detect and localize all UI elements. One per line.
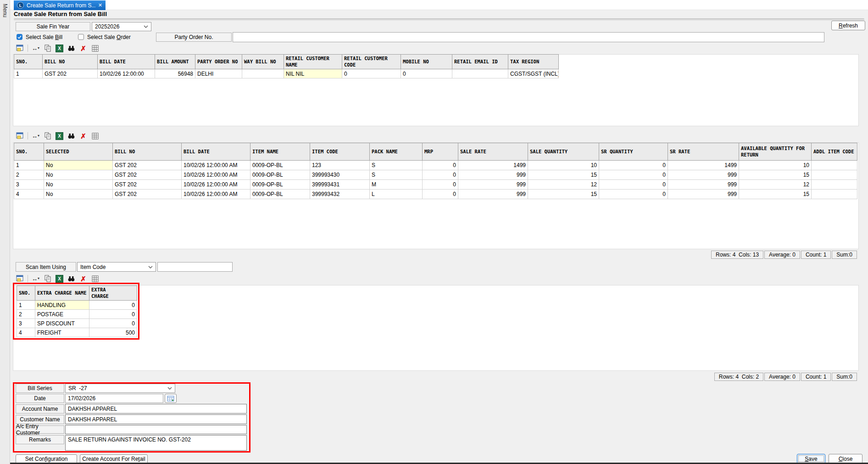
copy-icon[interactable]: [43, 44, 52, 53]
column-header[interactable]: RETAIL CUSTOMER NAME: [284, 55, 342, 69]
select-sale-bill-checkbox[interactable]: [17, 34, 22, 40]
cell[interactable]: [812, 180, 857, 190]
grid-view-icon[interactable]: [91, 132, 100, 140]
grid-view-icon[interactable]: [91, 44, 100, 53]
cell[interactable]: 0: [342, 69, 401, 78]
save-button[interactable]: Save: [797, 454, 825, 464]
cell[interactable]: HANDLING: [35, 301, 89, 310]
cell[interactable]: 15: [739, 190, 812, 199]
column-header[interactable]: WAY BILL NO: [242, 55, 284, 69]
set-configuration-button[interactable]: Set Configuration: [16, 454, 77, 464]
cell[interactable]: 399993432: [310, 190, 370, 199]
cell[interactable]: 1: [14, 161, 44, 170]
cell[interactable]: 0: [423, 170, 458, 180]
bill-series-dropdown[interactable]: SR -27: [65, 384, 175, 393]
column-header[interactable]: BILL DATE: [182, 143, 250, 161]
cell[interactable]: 0: [401, 69, 452, 78]
column-header[interactable]: RETAIL EMAIL ID: [452, 55, 508, 69]
cell[interactable]: GST 202: [113, 161, 182, 170]
cell[interactable]: 0: [599, 161, 668, 170]
cell[interactable]: 0: [423, 161, 458, 170]
cell[interactable]: 399993430: [310, 170, 370, 180]
cell[interactable]: POSTAGE: [35, 310, 89, 319]
cell[interactable]: 123: [310, 161, 370, 170]
cell[interactable]: 3: [17, 319, 35, 328]
column-header[interactable]: PARTY ORDER NO: [195, 55, 242, 69]
cell[interactable]: No: [44, 190, 113, 199]
cell[interactable]: 15: [739, 170, 812, 180]
cell[interactable]: [812, 190, 857, 199]
column-header[interactable]: SELECTED: [44, 143, 113, 161]
cell[interactable]: 10/02/26 12:00:00 AM: [182, 180, 250, 190]
cell[interactable]: 0: [599, 180, 668, 190]
cell[interactable]: FREIGHT: [35, 328, 89, 337]
cell[interactable]: 0: [423, 190, 458, 199]
delete-row-icon[interactable]: ✗: [79, 132, 88, 140]
export-excel-icon[interactable]: X: [55, 44, 64, 53]
export-excel-icon[interactable]: X: [55, 274, 64, 283]
cell[interactable]: [812, 170, 857, 180]
cell[interactable]: CGST/SGST (INCL): [508, 69, 559, 78]
grid-view-icon[interactable]: [91, 274, 100, 283]
column-header[interactable]: BILL DATE: [98, 55, 155, 69]
cell[interactable]: 999: [458, 190, 528, 199]
column-header[interactable]: SR RATE: [668, 143, 739, 161]
cell[interactable]: No: [44, 180, 113, 190]
cell[interactable]: 0009-OP-BL: [250, 161, 310, 170]
column-header[interactable]: PACK NAME: [370, 143, 423, 161]
cell[interactable]: 0009-OP-BL: [250, 180, 310, 190]
column-header[interactable]: AVAILABLE QUANTITY FOR RETURN: [739, 143, 812, 161]
cell[interactable]: GST 202: [113, 170, 182, 180]
customer-name-input[interactable]: DAKHSH APPAREL: [65, 414, 247, 424]
select-sale-bill-label[interactable]: Select Sale Bill: [26, 34, 62, 40]
cell[interactable]: 10: [739, 161, 812, 170]
cell[interactable]: 0: [89, 310, 137, 319]
column-header[interactable]: SNO.: [14, 55, 43, 69]
column-header[interactable]: ITEM CODE: [310, 143, 370, 161]
copy-icon[interactable]: [43, 132, 52, 140]
export-excel-icon[interactable]: X: [55, 132, 64, 140]
scan-input[interactable]: [157, 262, 233, 272]
cell[interactable]: S: [370, 161, 423, 170]
create-account-for-retail-button[interactable]: Create Account For Retail: [80, 454, 148, 464]
cell[interactable]: 15: [528, 170, 599, 180]
copy-icon[interactable]: [43, 274, 52, 283]
cell[interactable]: GST 202: [113, 180, 182, 190]
cell[interactable]: 999: [668, 190, 739, 199]
cell[interactable]: SP DISCOUNT: [35, 319, 89, 328]
column-width-icon[interactable]: ↔▾: [31, 44, 40, 53]
cell[interactable]: DELHI: [195, 69, 242, 78]
select-sale-order-checkbox[interactable]: [78, 34, 84, 40]
cell[interactable]: 12: [739, 180, 812, 190]
cell[interactable]: 0: [423, 180, 458, 190]
column-header[interactable]: EXTRA CHARGE: [89, 286, 137, 301]
cell[interactable]: 1: [14, 69, 43, 78]
cell[interactable]: 2: [17, 310, 35, 319]
scan-mode-dropdown[interactable]: Item Code: [77, 262, 156, 272]
column-width-icon[interactable]: ↔▾: [31, 274, 40, 283]
cell[interactable]: 999: [458, 170, 528, 180]
delete-row-icon[interactable]: ✗: [79, 274, 88, 283]
column-header[interactable]: BILL NO: [113, 143, 182, 161]
cell[interactable]: 4: [14, 190, 44, 199]
column-header[interactable]: SR QUANTITY: [599, 143, 668, 161]
find-icon[interactable]: [67, 274, 76, 283]
cell[interactable]: M: [370, 180, 423, 190]
cell[interactable]: S: [370, 170, 423, 180]
column-header[interactable]: ADDL ITEM CODE: [812, 143, 857, 161]
find-icon[interactable]: [67, 44, 76, 53]
find-icon[interactable]: [67, 132, 76, 140]
cell[interactable]: 12: [528, 180, 599, 190]
column-header[interactable]: BILL NO: [43, 55, 98, 69]
menu-strip[interactable]: Menu: [0, 0, 10, 464]
cell[interactable]: GST 202: [43, 69, 98, 78]
ac-entry-customer-input[interactable]: [65, 425, 247, 434]
cell[interactable]: No: [44, 170, 113, 180]
column-header[interactable]: SALE RATE: [458, 143, 528, 161]
cell[interactable]: 399993431: [310, 180, 370, 190]
cell[interactable]: 500: [89, 328, 137, 337]
cell[interactable]: 0: [89, 301, 137, 310]
party-order-input[interactable]: [233, 32, 824, 42]
fin-year-dropdown[interactable]: 20252026: [92, 22, 151, 31]
select-sale-order-label[interactable]: Select Sale Order: [87, 34, 131, 40]
